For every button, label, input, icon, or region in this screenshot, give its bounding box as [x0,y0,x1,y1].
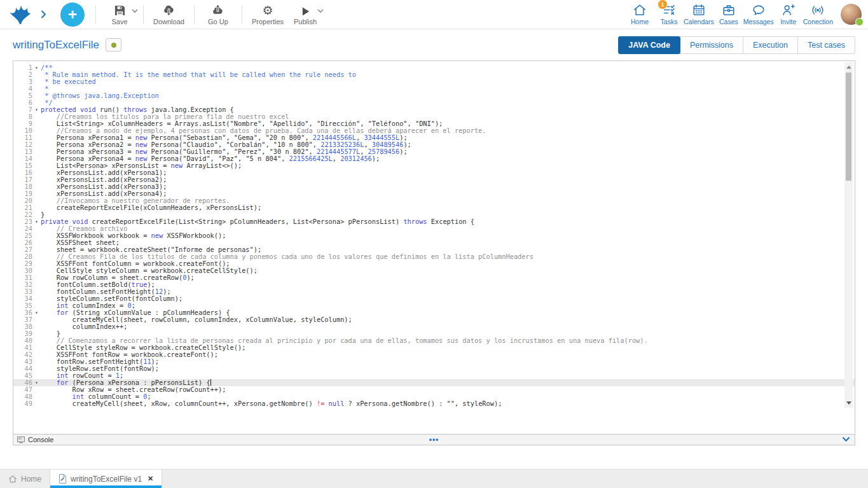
toolbar-separator [143,5,144,24]
fold-arrow-icon[interactable]: ▾ [32,218,41,225]
fold-arrow-icon[interactable]: ▾ [32,379,41,386]
tab-execution[interactable]: Execution [743,36,798,54]
calendar-icon [692,3,706,17]
code-line[interactable]: 37 createMyCell(sheet, rowColumn, column… [13,316,855,323]
code-text[interactable]: private void createReportExcelFile(List<… [41,218,855,225]
gutter-space [32,288,41,295]
code-line[interactable]: 49 createMyCell(sheet, xRow, columnCount… [13,400,855,407]
code-text[interactable]: XSSFFont fontRow = workbook.createFont()… [41,351,855,358]
scroll-down-arrow-icon[interactable] [846,401,851,405]
close-icon[interactable]: ✕ [148,475,153,483]
gutter-space [32,393,41,400]
gutter-space [32,78,41,85]
code-text[interactable]: * be executed [41,78,855,85]
gutter-space [32,148,41,155]
nav-messages[interactable]: Messages [743,1,774,29]
toolbar-properties-button[interactable]: ⚙Properties [248,1,287,29]
code-text[interactable]: Row xRow = sheet.createRow(rowCount++); [41,386,855,393]
code-text[interactable]: styleColumn.setFont(fontColumn); [41,295,855,302]
code-text[interactable]: XSSFWorkbook workbook = new XSSFWorkbook… [41,232,855,239]
code-text[interactable]: * Rule main method. It is the method tha… [41,71,855,78]
chevron-down-icon[interactable] [132,7,138,15]
app-logo-icon[interactable] [8,4,32,25]
toolbar-save-button[interactable]: Save [102,1,137,29]
message-icon [752,3,766,17]
gutter-space [32,113,41,120]
nav-home[interactable]: Home [625,1,654,29]
gutter-space [32,232,41,239]
code-text[interactable]: columnIndex++; [41,323,855,330]
code-line[interactable]: 21 createReportExcelFile(xColumnHeaders,… [13,204,855,211]
console-icon [17,436,25,443]
tab-test-cases[interactable]: Test cases [797,36,855,54]
tab-java-code[interactable]: JAVA Code [618,36,680,54]
nav-invite[interactable]: Invite [774,1,803,29]
gutter-space [32,134,41,141]
briefcase-icon [722,3,736,17]
console-collapse-chevron-icon[interactable] [842,436,850,442]
code-text[interactable]: styleRow.setFont(fontRow); [41,365,855,372]
page-title: writingToExcelFile [13,39,99,52]
scrollbar-thumb[interactable] [846,73,851,181]
home-icon [633,3,647,17]
code-text[interactable]: Row rowColumn = sheet.createRow(0); [41,274,855,281]
code-text[interactable]: * @throws java.lang.Exception [41,92,855,99]
fold-arrow-icon[interactable]: ▾ [32,64,41,71]
console-label: Console [28,436,53,443]
fold-arrow-icon[interactable]: ▾ [32,106,41,113]
gutter-space [32,169,41,176]
code-text[interactable]: createReportExcelFile(xColumnHeaders, xP… [41,204,855,211]
console-menu-dots[interactable]: ••• [429,436,439,443]
gutter-space [32,330,41,337]
gutter-space [32,120,41,127]
code-line[interactable]: 44 styleRow.setFont(fontRow); [13,365,855,372]
gutter-space [32,351,41,358]
scroll-up-arrow-icon[interactable] [846,66,851,69]
console-bar[interactable]: Console ••• [13,434,855,445]
toolbar-separator [242,5,242,24]
gutter-space [32,365,41,372]
add-button[interactable]: + [60,3,85,27]
code-line[interactable]: 34 styleColumn.setFont(fontColumn); [13,295,855,302]
expand-chevron-icon[interactable] [41,10,46,18]
document-icon [59,474,67,484]
code-text[interactable]: createMyCell(sheet, rowColumn, columnInd… [41,316,855,323]
code-line[interactable]: 38 columnIndex++; [13,323,855,330]
save-icon [114,4,126,17]
code-line[interactable]: 23▾private void createReportExcelFile(Li… [13,218,855,225]
tab-permissions[interactable]: Permissions [680,36,743,54]
code-text[interactable]: createMyCell(sheet, xRow, columnCount++,… [41,400,855,407]
code-text[interactable]: * [41,85,855,92]
green-status-icon [111,43,116,48]
code-text[interactable]: fontRow.setFontHeight(11); [41,358,855,365]
app-logo-area [0,4,55,25]
toolbar-separator [95,5,96,24]
toolbar-go-up-button[interactable]: Go Up [200,1,236,29]
toolbar-publish-button[interactable]: Publish [287,1,323,29]
code-line[interactable]: 25 XSSFWorkbook workbook = new XSSFWorkb… [13,232,855,239]
code-line[interactable]: 2 * Rule main method. It is the method t… [13,71,855,78]
nav-calendars[interactable]: Calendars [684,1,714,29]
code-editor[interactable]: 1▾/**2 * Rule main method. It is the met… [13,61,855,434]
gutter-space [32,92,41,99]
code-line[interactable]: 3 * be executed [13,78,855,85]
page-header: writingToExcelFile JAVA CodePermissionsE… [0,29,868,60]
fold-arrow-icon[interactable]: ▾ [32,309,41,316]
toolbar: SaveDownloadGo Up⚙PropertiesPublish [102,1,323,29]
taskbar-tab-home[interactable]: Home [0,470,50,488]
gutter-space [32,358,41,365]
user-avatar[interactable] [841,4,862,25]
nav-conection[interactable]: Conection [803,1,833,29]
toolbar-download-button[interactable]: Download [149,1,188,29]
nav-tasks[interactable]: 1Tasks [654,1,684,29]
taskbar-tab-writingtoexcelfile-v1[interactable]: writingToExcelFile v1✕ [50,470,162,488]
status-button[interactable] [106,38,121,52]
line-number[interactable]: 49 [13,400,32,407]
code-line[interactable]: 5 * @throws java.lang.Exception [13,92,855,99]
gutter-space [32,225,41,232]
chevron-down-icon[interactable] [317,7,324,15]
gutter-space [32,400,41,407]
nav-cases[interactable]: Cases [714,1,743,29]
invite-icon [781,3,796,17]
editor-scrollbar[interactable] [844,62,853,408]
